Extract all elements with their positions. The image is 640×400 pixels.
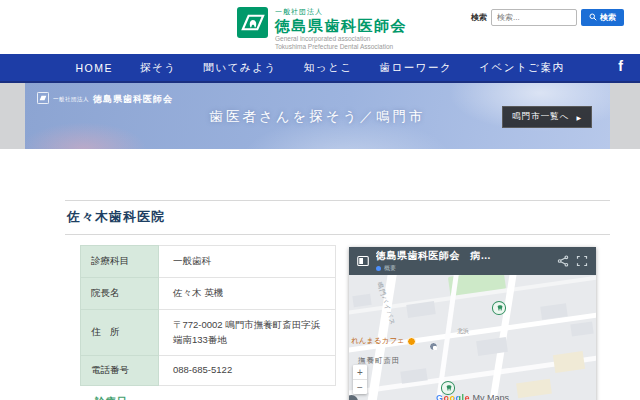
map-building bbox=[352, 294, 371, 307]
logo-org-type: 一般社団法人 bbox=[275, 7, 407, 17]
map-column: 徳島県歯科医師会 病... 概要 bbox=[349, 245, 596, 400]
zoom-out-button[interactable]: − bbox=[353, 380, 367, 394]
table-row: 診療科目 一般歯科 bbox=[81, 246, 336, 278]
site-header: 一般社団法人 徳島県歯科医師会 General incorporated ass… bbox=[0, 0, 640, 54]
city-list-button-label: 鳴門市一覧へ bbox=[512, 111, 569, 123]
main-content: 佐々木歯科医院 診療科目 一般歯科 院長名 佐々木 英機 住 所 〒772-00… bbox=[0, 149, 640, 400]
info-icon bbox=[376, 266, 381, 271]
map-title-block: 徳島県歯科医師会 病... 概要 bbox=[376, 249, 550, 273]
arrow-right-icon: ▶ bbox=[576, 114, 582, 121]
search-icon bbox=[589, 13, 597, 23]
zoom-in-button[interactable]: + bbox=[353, 365, 367, 379]
row-label: 住 所 bbox=[81, 310, 159, 356]
row-label: 院長名 bbox=[81, 278, 159, 310]
nav-item-find[interactable]: 探そう bbox=[140, 61, 177, 75]
header-search: 検索 検索 bbox=[471, 9, 624, 26]
transit-stop-icon[interactable] bbox=[429, 342, 438, 351]
logo-title: 徳島県歯科医師会 bbox=[275, 17, 407, 34]
map-building bbox=[406, 301, 436, 318]
google-logo[interactable]: Google bbox=[436, 393, 470, 400]
hero-brand-name: 徳島県歯科医師会 bbox=[93, 93, 173, 106]
content-columns: 診療科目 一般歯科 院長名 佐々木 英機 住 所 〒772-0002 鳴門市撫養… bbox=[65, 245, 610, 400]
area-label: 北浜 bbox=[457, 327, 469, 336]
map-header: 徳島県歯科医師会 病... 概要 bbox=[349, 247, 596, 275]
row-label: 診療科目 bbox=[81, 246, 159, 278]
search-input[interactable] bbox=[491, 9, 577, 26]
page: 一般社団法人 徳島県歯科医師会 General incorporated ass… bbox=[0, 0, 640, 400]
table-row: 院長名 佐々木 英機 bbox=[81, 278, 336, 310]
nav-item-know[interactable]: 知っとこ bbox=[304, 61, 353, 75]
dental-clinic-marker[interactable] bbox=[492, 301, 506, 315]
fullscreen-icon[interactable] bbox=[576, 255, 588, 267]
row-label: 電話番号 bbox=[81, 356, 159, 386]
hero-brand: 一般社団法人 徳島県歯科医師会 bbox=[37, 90, 173, 108]
search-label: 検索 bbox=[471, 12, 487, 23]
search-button[interactable]: 検索 bbox=[581, 9, 624, 26]
table-row: 電話番号 088-685-5122 bbox=[81, 356, 336, 386]
map-building bbox=[553, 351, 585, 373]
nav-item-ask[interactable]: 聞いてみよう bbox=[204, 61, 277, 75]
clinic-name-heading: 佐々木歯科医院 bbox=[65, 200, 610, 235]
facebook-icon[interactable]: f bbox=[618, 58, 623, 74]
google-map-embed[interactable]: 徳島県歯科医師会 病... 概要 bbox=[349, 247, 596, 400]
site-logo[interactable]: 一般社団法人 徳島県歯科医師会 General incorporated ass… bbox=[237, 7, 407, 52]
tooth-logo-icon bbox=[237, 7, 268, 38]
mymaps-label[interactable]: My Maps bbox=[473, 393, 510, 400]
search-button-label: 検索 bbox=[600, 12, 616, 23]
cafe-poi-icon bbox=[407, 337, 416, 346]
map-title: 徳島県歯科医師会 病... bbox=[376, 249, 550, 263]
row-value: 〒772-0002 鳴門市撫養町斎田字浜端南133番地 bbox=[159, 310, 336, 356]
nav-item-home[interactable]: HOME bbox=[76, 62, 114, 74]
row-value: 佐々木 英機 bbox=[159, 278, 336, 310]
map-canvas[interactable]: 鳴門バイパス れんまるカフェ 撫養町斎田 北浜 bbox=[349, 275, 596, 400]
row-value: 一般歯科 bbox=[159, 246, 336, 278]
map-building bbox=[570, 322, 593, 337]
cafe-poi-label[interactable]: れんまるカフェ bbox=[351, 336, 416, 346]
hero-strip: 一般社団法人 徳島県歯科医師会 歯医者さんを探そう／鳴門市 鳴門市一覧へ ▶ bbox=[0, 83, 640, 149]
share-icon[interactable] bbox=[557, 255, 569, 267]
next-section-heading: 診療日 bbox=[80, 395, 336, 400]
map-subtitle: 概要 bbox=[376, 264, 550, 273]
hero-logo-icon bbox=[37, 90, 49, 108]
hero-brand-org: 一般社団法人 bbox=[53, 96, 89, 103]
view-larger-map-icon[interactable] bbox=[357, 255, 369, 267]
main-nav: HOME 探そう 聞いてみよう 知っとこ 歯ローワーク イベントご案内 f bbox=[0, 54, 640, 83]
hero-banner: 一般社団法人 徳島県歯科医師会 歯医者さんを探そう／鳴門市 鳴門市一覧へ ▶ bbox=[25, 83, 610, 149]
nav-item-hellowork[interactable]: 歯ローワーク bbox=[380, 61, 453, 75]
clinic-info-column: 診療科目 一般歯科 院長名 佐々木 英機 住 所 〒772-0002 鳴門市撫養… bbox=[80, 245, 336, 400]
map-attribution: Google My Maps bbox=[349, 393, 596, 400]
clinic-info-table: 診療科目 一般歯科 院長名 佐々木 英機 住 所 〒772-0002 鳴門市撫養… bbox=[80, 245, 336, 386]
logo-text: 一般社団法人 徳島県歯科医師会 General incorporated ass… bbox=[275, 7, 407, 52]
map-zoom-control: + − bbox=[353, 365, 367, 394]
table-row: 住 所 〒772-0002 鳴門市撫養町斎田字浜端南133番地 bbox=[81, 310, 336, 356]
city-list-button[interactable]: 鳴門市一覧へ ▶ bbox=[502, 106, 592, 128]
nav-item-events[interactable]: イベントご案内 bbox=[479, 61, 564, 75]
row-value: 088-685-5122 bbox=[159, 356, 336, 386]
logo-subtitle-en: General incorporated association Tokushi… bbox=[275, 35, 407, 51]
